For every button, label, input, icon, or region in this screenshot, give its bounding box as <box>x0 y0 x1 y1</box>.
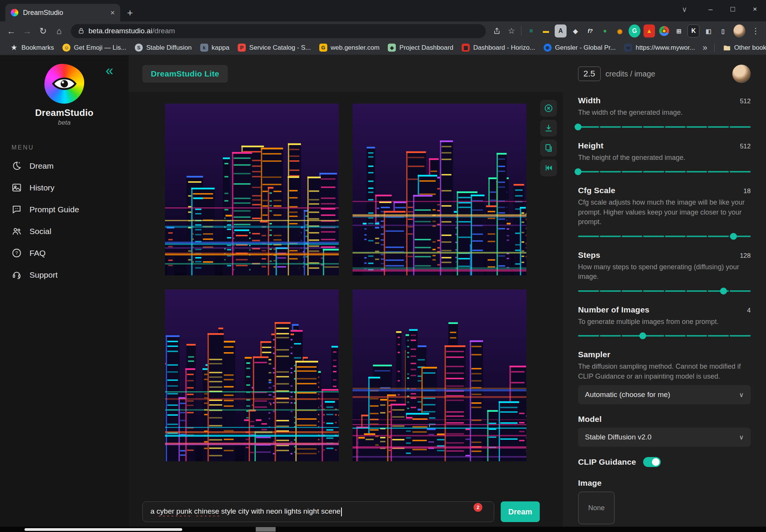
clip-guidance-label: CLIP Guidance <box>578 457 636 467</box>
setting-sampler: Sampler The diffusion sampling method. C… <box>578 350 751 404</box>
bookmark-item[interactable]: PService Catalog - S... <box>234 42 315 53</box>
generated-image-2[interactable] <box>353 104 526 275</box>
generated-image-3[interactable] <box>165 290 339 461</box>
browser-tab[interactable]: DreamStudio × <box>5 4 120 21</box>
prompt-bar: a cyber punk chinese style city with neo… <box>142 501 540 522</box>
bookmarks-bar-right: » Other bookmarks <box>700 42 766 53</box>
model-select[interactable]: Stable Diffusion v2.0 ∨ <box>578 428 751 447</box>
bookmark-item[interactable]: whttps://www.mywor... <box>620 42 699 53</box>
window-controls: ∨ – □ × <box>673 0 766 18</box>
bookmark-item[interactable]: ◈Project Dashboard <box>384 42 457 53</box>
generation-canvas: a cyber punk chinese style city with neo… <box>129 92 563 527</box>
bookmark-favicon-icon: w <box>624 44 632 52</box>
setting-image: Image None <box>578 478 751 524</box>
sidebar-item-prompt-guide[interactable]: Prompt Guide <box>0 198 129 220</box>
address-bar[interactable]: beta.dreamstudio.ai/dream <box>71 24 486 38</box>
extension-icon-camera[interactable]: ◉ <box>614 24 626 37</box>
reload-button[interactable]: ↻ <box>36 23 51 39</box>
chevron-down-icon: ∨ <box>739 391 744 399</box>
bookmark-item[interactable]: ☺Get Emoji — Lis... <box>59 42 130 53</box>
extension-icon-pen[interactable]: ◆ <box>570 24 581 37</box>
browser-profile-avatar[interactable] <box>733 24 745 37</box>
height-slider[interactable] <box>578 168 751 176</box>
side-panel-icon[interactable]: ▯ <box>717 24 729 37</box>
bookmark-item[interactable]: ⊕Gensler - Global Pr... <box>540 42 620 53</box>
bookmark-item[interactable]: Gweb.gensler.com <box>315 42 384 53</box>
bookmark-label: Service Catalog - S... <box>249 44 311 52</box>
credits-value: 2.5 <box>578 67 601 81</box>
bookmark-label: Bookmarks <box>21 44 54 52</box>
bookmark-star-icon[interactable]: ☆ <box>505 24 518 38</box>
cfg-slider[interactable] <box>578 233 751 240</box>
clip-guidance-toggle[interactable] <box>643 457 661 467</box>
extension-icon-k[interactable]: K <box>688 24 699 37</box>
extension-icon-fquestion[interactable]: f? <box>584 24 596 37</box>
extensions-puzzle-icon[interactable]: ◧ <box>702 24 714 37</box>
window-chevron-icon[interactable]: ∨ <box>673 0 696 18</box>
download-button[interactable] <box>540 120 557 137</box>
bookmark-item[interactable]: ▦Dashboard - Horizo... <box>458 42 539 53</box>
forward-button[interactable]: → <box>20 23 34 39</box>
home-button[interactable]: ⌂ <box>52 23 66 39</box>
setting-steps: Steps 128 How many steps to spend genera… <box>578 251 751 295</box>
bookmark-item[interactable]: SStable Diffusion <box>131 42 196 53</box>
sidebar-item-faq[interactable]: ? FAQ <box>0 242 129 264</box>
sidebar-item-history[interactable]: History <box>0 177 129 198</box>
other-bookmarks-button[interactable]: Other bookmarks <box>719 42 766 53</box>
dreamstudio-lite-badge[interactable]: DreamStudio Lite <box>142 65 228 83</box>
extension-icon-screenshot[interactable]: ⊞ <box>673 24 685 37</box>
clear-results-button[interactable] <box>540 100 557 117</box>
width-slider[interactable] <box>578 123 751 131</box>
sidebar-item-dream[interactable]: Dream <box>0 155 129 177</box>
init-image-box[interactable]: None <box>578 491 615 524</box>
bookmarks-items: ★Bookmarks☺Get Emoji — Lis...SStable Dif… <box>6 42 699 53</box>
num-images-slider-thumb[interactable] <box>639 332 646 339</box>
width-slider-thumb[interactable] <box>575 124 581 130</box>
menu-section-label: MENU <box>11 144 129 151</box>
width-value: 512 <box>740 98 751 105</box>
window-maximize-button[interactable]: □ <box>722 0 744 18</box>
new-tab-button[interactable]: + <box>120 4 140 21</box>
result-actions <box>540 100 557 176</box>
dream-button[interactable]: Dream <box>501 501 540 522</box>
generated-image-4[interactable] <box>353 290 526 461</box>
prompt-input[interactable]: a cyber punk chinese style city with neo… <box>142 501 494 522</box>
bookmark-label: web.gensler.com <box>331 44 380 52</box>
bookmark-item[interactable]: kkappa <box>196 42 233 53</box>
height-slider-thumb[interactable] <box>575 168 581 175</box>
generated-image-1[interactable] <box>165 104 339 275</box>
user-avatar[interactable] <box>732 65 751 83</box>
sampler-select[interactable]: Automatic (choose for me) ∨ <box>578 385 751 404</box>
bookmarks-overflow-icon[interactable]: » <box>700 43 709 53</box>
extension-icon-highlighter[interactable]: ▬ <box>540 24 552 37</box>
sampler-description: The diffusion sampling method. Cannot be… <box>578 362 751 381</box>
back-button[interactable]: ← <box>4 23 18 39</box>
num-images-slider[interactable] <box>578 332 751 340</box>
screen: DreamStudio × + ∨ – □ × ← → ↻ ⌂ beta.dre… <box>0 0 766 532</box>
sidebar-item-support[interactable]: Support <box>0 264 129 286</box>
steps-slider[interactable] <box>578 287 751 295</box>
sidebar-collapse-icon[interactable]: « <box>106 64 113 78</box>
extension-icon-green-dot[interactable]: ● <box>599 24 611 37</box>
steps-slider-thumb[interactable] <box>720 288 727 294</box>
cfg-slider-thumb[interactable] <box>730 233 737 240</box>
copy-button[interactable] <box>540 140 557 156</box>
browser-toolbar: ← → ↻ ⌂ beta.dreamstudio.ai/dream ☆ ≡ ▬ … <box>0 21 766 41</box>
extension-icon-chrome-ball[interactable] <box>658 24 670 37</box>
bookmark-item[interactable]: ★Bookmarks <box>6 42 58 53</box>
svg-text:?: ? <box>15 251 18 256</box>
extension-icon-shield[interactable]: ▲ <box>644 24 655 37</box>
rewind-button[interactable] <box>540 159 557 176</box>
window-close-button[interactable]: × <box>744 0 766 18</box>
window-minimize-button[interactable]: – <box>699 0 722 18</box>
browser-menu-icon[interactable]: ⋮ <box>749 24 762 38</box>
eye-icon <box>49 72 79 96</box>
extension-icon-grammarly[interactable]: G <box>629 24 640 37</box>
sidebar-item-social[interactable]: Social <box>0 220 129 242</box>
toolbar-divider <box>521 26 521 36</box>
tab-close-icon[interactable]: × <box>110 8 115 17</box>
extension-icon-stack[interactable]: ≡ <box>525 24 537 37</box>
extension-icon-reader[interactable]: A <box>555 24 567 37</box>
setting-model: Model Stable Diffusion v2.0 ∨ <box>578 415 751 447</box>
share-icon[interactable] <box>490 24 503 38</box>
